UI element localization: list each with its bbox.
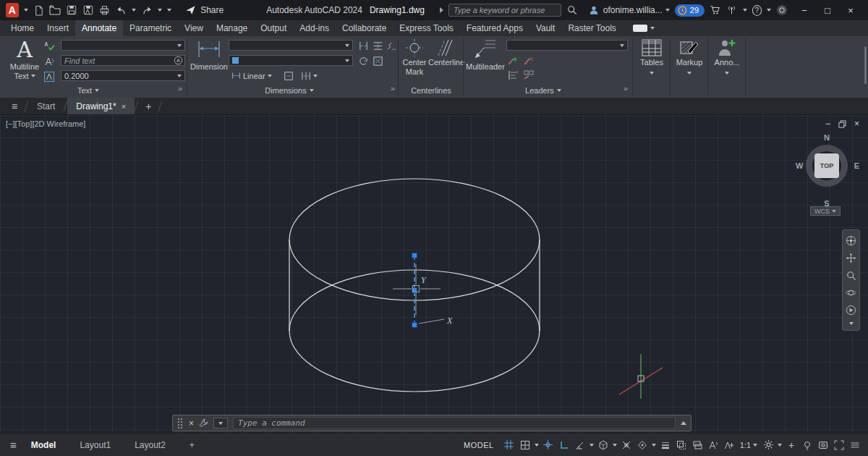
annotative-text-icon[interactable] [43, 71, 55, 83]
clean-screen-icon[interactable] [832, 437, 846, 453]
osnap-icon[interactable] [635, 437, 650, 453]
dimensions-panel-label[interactable]: Dimensions [190, 84, 389, 96]
layout1-tab[interactable]: Layout1 [75, 439, 116, 452]
command-history-caret-icon[interactable] [681, 421, 686, 425]
grip-bottom[interactable] [412, 323, 417, 328]
osnap-caret-icon[interactable] [651, 444, 657, 447]
command-line-bar[interactable]: × [172, 415, 692, 431]
undo-caret-icon[interactable] [132, 9, 136, 12]
tab-manage[interactable]: Manage [210, 20, 254, 36]
notifications-caret-icon[interactable] [743, 9, 747, 12]
remove-leader-icon[interactable] [522, 55, 535, 67]
redo-caret-icon[interactable] [158, 9, 162, 12]
customization-icon[interactable] [848, 437, 862, 453]
cart-icon[interactable] [710, 4, 721, 17]
markup-button[interactable]: Markup [673, 38, 706, 75]
autocad-logo-icon[interactable]: A [6, 3, 19, 17]
linear-dimension-dropdown[interactable]: Linear [229, 70, 275, 81]
tab-annotate[interactable]: Annotate [75, 20, 123, 36]
layout2-tab[interactable]: Layout2 [129, 439, 171, 452]
share-button[interactable]: Share [184, 4, 224, 17]
tab-addins[interactable]: Add-ins [293, 20, 336, 36]
quick-dimension-button[interactable] [281, 70, 297, 81]
snap-caret-icon[interactable] [534, 444, 540, 447]
text-style-icon[interactable] [43, 56, 55, 67]
qat-customize-caret-icon[interactable] [167, 9, 171, 12]
centerline-button[interactable]: Centerline [430, 38, 462, 67]
help-caret-icon[interactable] [767, 9, 771, 12]
tables-button[interactable]: Tables [635, 38, 668, 75]
dynamic-input-icon[interactable] [541, 437, 556, 453]
dimensions-panel-expander[interactable]: » [391, 84, 395, 93]
leaders-panel-expander[interactable]: » [624, 84, 628, 93]
app-menu-caret-icon[interactable] [24, 9, 28, 12]
dim-update-icon[interactable] [357, 55, 369, 67]
ribbon-display-toggle[interactable] [633, 20, 655, 36]
new-layout-button[interactable]: + [184, 439, 200, 452]
dim-reassociate-icon[interactable] [372, 55, 383, 67]
dim-adjust-space-icon[interactable] [372, 40, 383, 51]
command-customize-icon[interactable] [199, 418, 208, 428]
assistant-icon[interactable] [776, 4, 788, 17]
help-icon[interactable]: ? [752, 5, 762, 16]
text-height-dropdown[interactable]: 0.2000 [61, 70, 185, 81]
multileader-style-dropdown[interactable] [506, 40, 628, 51]
annotation-apps-caret-icon[interactable] [725, 72, 729, 75]
add-leader-icon[interactable] [506, 55, 519, 67]
drawing-canvas[interactable]: [−][Top][2D Wireframe] − × N W E S TOP W… [0, 114, 868, 433]
notifications-antenna-icon[interactable] [726, 4, 738, 17]
cylinder-top-ellipse[interactable] [289, 179, 540, 300]
maximize-button[interactable]: □ [816, 0, 839, 20]
file-tabs-menu-icon[interactable]: ≡ [4, 98, 25, 114]
centerlines-panel-label[interactable]: Centerlines [399, 84, 463, 96]
dim-style-dropdown[interactable] [229, 40, 353, 51]
command-close-icon[interactable]: × [189, 418, 194, 428]
collect-leaders-icon[interactable] [522, 69, 535, 81]
isodraft-caret-icon[interactable] [612, 444, 618, 447]
tab-close-icon[interactable]: × [122, 102, 126, 111]
selection-cycling-icon[interactable] [690, 437, 705, 453]
search-chevron-icon[interactable] [440, 7, 443, 13]
snap-mode-icon[interactable] [518, 437, 532, 453]
continue-dimension-button[interactable] [298, 70, 320, 81]
text-panel-label[interactable]: Text [0, 84, 176, 96]
save-icon[interactable] [66, 4, 77, 17]
status-menu-icon[interactable]: ≡ [6, 439, 21, 451]
align-leaders-icon[interactable] [506, 69, 519, 81]
polar-tracking-icon[interactable] [573, 437, 587, 453]
check-spelling-icon[interactable] [43, 40, 55, 51]
annotation-monitor-plus-icon[interactable]: + [784, 437, 799, 453]
save-as-icon[interactable] [82, 4, 94, 17]
dim-jog-icon[interactable] [386, 40, 397, 51]
tab-view[interactable]: View [178, 20, 210, 36]
tab-start[interactable]: Start [28, 98, 64, 114]
find-text-input[interactable] [61, 56, 174, 65]
new-drawing-tab-button[interactable]: + [138, 98, 158, 114]
command-input[interactable] [233, 417, 676, 429]
tab-raster-tools[interactable]: Raster Tools [561, 20, 622, 36]
dim-break-icon[interactable] [357, 40, 369, 51]
isolate-objects-icon[interactable] [800, 437, 814, 453]
redo-icon[interactable] [141, 4, 153, 17]
tab-drawing1[interactable]: Drawing1* × [67, 98, 135, 114]
recent-commands-button[interactable] [213, 418, 228, 428]
text-panel-expander[interactable]: » [178, 84, 182, 93]
tab-express-tools[interactable]: Express Tools [393, 20, 459, 36]
markup-panel-caret-icon[interactable] [687, 72, 692, 75]
tab-featured-apps[interactable]: Featured Apps [460, 20, 529, 36]
model-space-badge[interactable]: MODEL [459, 439, 498, 452]
transparency-icon[interactable] [674, 437, 689, 453]
new-file-icon[interactable] [33, 4, 45, 17]
annotation-apps-button[interactable]: Anno... [710, 38, 744, 75]
dimension-button[interactable]: Dimension [191, 38, 227, 71]
center-mark-button[interactable]: Center Mark [399, 38, 430, 76]
user-account-button[interactable]: ofonime.willia... [587, 4, 670, 17]
tab-collaborate[interactable]: Collaborate [336, 20, 393, 36]
polar-caret-icon[interactable] [589, 444, 595, 447]
multileader-button[interactable]: Multileader [466, 38, 505, 71]
plot-icon[interactable] [99, 4, 111, 17]
ortho-mode-icon[interactable] [557, 437, 571, 453]
close-button[interactable]: × [839, 0, 862, 20]
annotation-scale-control[interactable]: 1:1 [738, 441, 760, 449]
search-icon[interactable] [566, 4, 578, 17]
